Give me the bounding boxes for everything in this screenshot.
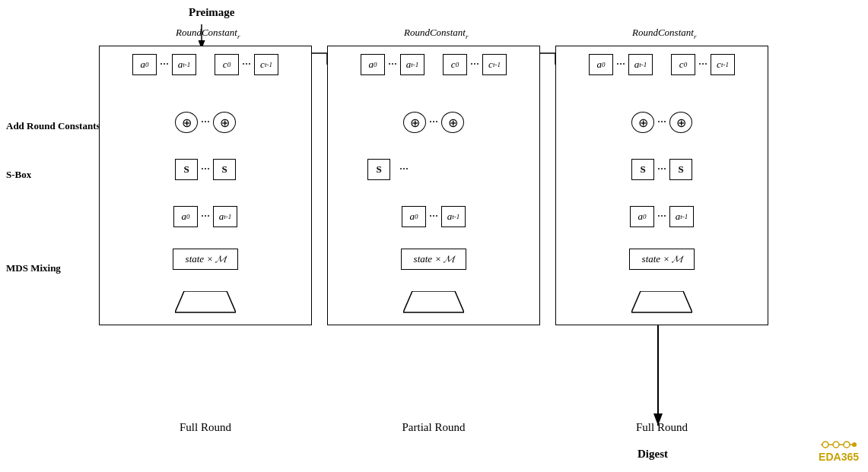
cell-at1-out-col3: at-1: [669, 206, 694, 227]
cell-at1-col1: at-1: [172, 54, 196, 75]
xor1-col1: ⊕: [175, 112, 198, 133]
diagram-container: Preimage Add Round Constants S-Box MDS M…: [0, 0, 868, 472]
row-xor-col3: ⊕ ··· ⊕: [556, 112, 768, 133]
label-full2: Full Round: [555, 421, 768, 434]
cell-a0-out-col1: a0: [173, 206, 198, 227]
side-label-add-round-constants: Add Round Constants: [6, 120, 100, 132]
dots5: ···: [201, 210, 210, 223]
trapezoid-col2: [403, 291, 464, 314]
row-trap-col3: [556, 291, 768, 314]
sbox1-col1: S: [175, 159, 198, 180]
sbox1-col3: S: [631, 159, 654, 180]
cell-ct1-col2: ct-1: [482, 54, 507, 75]
side-label-sbox: S-Box: [6, 169, 31, 181]
xor1-col2: ⊕: [403, 112, 426, 133]
svg-point-43: [822, 442, 828, 448]
row-a-c-col1: a0 ··· at-1 c0 ··· ct-1: [100, 54, 311, 75]
row-trap-col2: [328, 291, 539, 314]
sbox2-col3: S: [669, 159, 692, 180]
row-mds-col3: state × 𝓜: [556, 249, 768, 270]
cell-c0-col2: c0: [443, 54, 467, 75]
xor2-col2: ⊕: [441, 112, 464, 133]
label-partial: Partial Round: [327, 421, 540, 434]
svg-marker-40: [175, 291, 236, 312]
circuit-icon: [821, 439, 859, 451]
column-full1: RoundConstantr a0 ··· at-1 c0 ··· ct-1 ⊕…: [99, 46, 312, 325]
row-sbox-col2: S ···: [328, 159, 539, 180]
round-const-col1: RoundConstantr: [176, 27, 240, 40]
cell-a0-col3: a0: [589, 54, 613, 75]
row-trap-col1: [100, 291, 311, 314]
cell-ct1-col3: ct-1: [711, 54, 735, 75]
row-mds-col2: state × 𝓜: [328, 249, 539, 270]
cell-a0-col2: a0: [361, 54, 385, 75]
side-label-mds-mixing: MDS Mixing: [6, 262, 61, 274]
digest-label: Digest: [637, 448, 668, 461]
sbox2-col1: S: [213, 159, 236, 180]
dots4: ···: [201, 163, 210, 176]
trapezoid-col1: [175, 291, 236, 314]
trapezoid-col3: [631, 291, 692, 314]
cell-at1-col3: at-1: [628, 54, 653, 75]
svg-point-46: [852, 442, 857, 447]
row-a-out-col3: a0 ··· at-1: [556, 206, 768, 227]
row-sbox-col3: S ··· S: [556, 159, 768, 180]
column-partial: RoundConstantr a0 ··· at-1 c0 ··· ct-1 ⊕…: [327, 46, 540, 325]
svg-point-44: [833, 442, 839, 448]
mds-col2: state × 𝓜: [401, 249, 467, 270]
cell-ct1-col1: ct-1: [254, 54, 278, 75]
watermark-text: EDA365: [819, 451, 859, 463]
row-sbox-col1: S ··· S: [100, 159, 311, 180]
dots2: ···: [242, 58, 251, 71]
svg-marker-41: [403, 291, 464, 312]
row-a-out-col2: a0 ··· at-1: [328, 206, 539, 227]
label-full1: Full Round: [99, 421, 312, 434]
cell-a0-out-col2: a0: [402, 206, 426, 227]
row-xor-col2: ⊕ ··· ⊕: [328, 112, 539, 133]
cell-at1-col2: at-1: [400, 54, 424, 75]
cell-c0-col3: c0: [671, 54, 695, 75]
row-a-c-col3: a0 ··· at-1 c0 ··· ct-1: [556, 54, 768, 75]
row-a-c-col2: a0 ··· at-1 c0 ··· ct-1: [328, 54, 539, 75]
mds-col1: state × 𝓜: [173, 249, 239, 270]
row-a-out-col1: a0 ··· at-1: [100, 206, 311, 227]
round-const-col3: RoundConstantr: [632, 27, 696, 40]
mds-col3: state × 𝓜: [629, 249, 695, 270]
sbox1-col2: S: [367, 159, 390, 180]
cell-at1-out-col2: at-1: [441, 206, 466, 227]
xor2-col3: ⊕: [669, 112, 692, 133]
xor1-col3: ⊕: [631, 112, 654, 133]
cell-a0-out-col3: a0: [630, 206, 654, 227]
column-full2: RoundConstantr a0 ··· at-1 c0 ··· ct-1 ⊕…: [555, 46, 768, 325]
preimage-label: Preimage: [189, 6, 235, 19]
cell-at1-out-col1: at-1: [213, 206, 237, 227]
cell-a0-col1: a0: [132, 54, 157, 75]
cell-c0-col1: c0: [215, 54, 239, 75]
svg-point-45: [844, 442, 850, 448]
dots3: ···: [201, 116, 210, 129]
svg-marker-42: [631, 291, 692, 312]
row-xor-col1: ⊕ ··· ⊕: [100, 112, 311, 133]
dots1: ···: [160, 58, 169, 71]
watermark: EDA365: [819, 439, 859, 463]
row-mds-col1: state × 𝓜: [100, 249, 311, 270]
round-const-col2: RoundConstantr: [404, 27, 468, 40]
xor2-col1: ⊕: [213, 112, 236, 133]
watermark-circuit: [821, 439, 859, 451]
